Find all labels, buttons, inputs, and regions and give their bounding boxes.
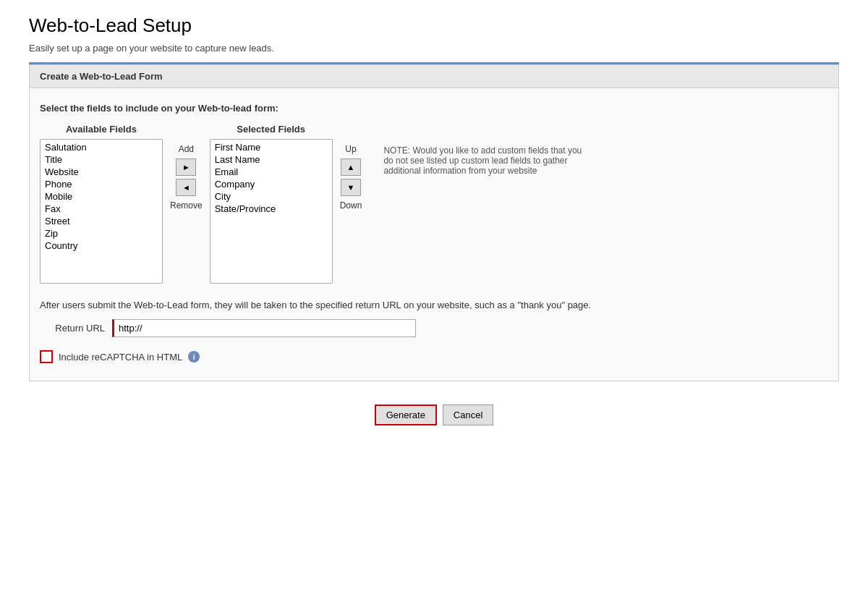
add-button[interactable]: ► [176,158,196,176]
return-url-description: After users submit the Web-to-Lead form,… [40,300,828,310]
add-label: Add [179,144,194,154]
return-url-row: Return URL [40,319,828,337]
recaptcha-checkbox[interactable] [40,350,53,363]
footer-buttons: Generate Cancel [29,404,839,433]
return-url-label: Return URL [40,323,105,334]
fields-area: Available Fields Salutation Title Websit… [40,124,828,284]
available-fields-column: Available Fields Salutation Title Websit… [40,124,163,284]
available-fields-label: Available Fields [66,124,137,135]
up-label: Up [345,144,356,154]
section-body: Select the fields to include on your Web… [30,88,838,381]
selected-fields-label: Selected Fields [237,124,305,135]
remove-button[interactable]: ◄ [176,179,196,196]
up-button[interactable]: ▲ [341,158,361,176]
selected-fields-listbox[interactable]: First Name Last Name Email Company City … [210,139,333,284]
up-down-column: Up ▲ ▼ Down [340,144,362,211]
section-header: Create a Web-to-Lead Form [30,65,838,88]
return-url-input[interactable] [112,319,416,337]
recaptcha-label: Include reCAPTCHA in HTML [59,352,182,363]
section-box: Create a Web-to-Lead Form Select the fie… [29,64,839,381]
note-text: NOTE: Would you like to add custom field… [383,145,582,176]
selected-fields-column: Selected Fields First Name Last Name Ema… [210,124,333,284]
page-title: Web-to-Lead Setup [29,14,839,37]
down-label: Down [340,200,362,211]
recaptcha-row: Include reCAPTCHA in HTML i [40,350,828,363]
page-container: Web-to-Lead Setup Easily set up a page o… [14,0,854,447]
note-column: NOTE: Would you like to add custom field… [383,124,586,176]
remove-label: Remove [170,200,203,211]
return-url-section: After users submit the Web-to-Lead form,… [40,300,828,337]
cancel-button[interactable]: Cancel [443,404,493,425]
section-title: Create a Web-to-Lead Form [40,71,163,82]
generate-button[interactable]: Generate [375,404,437,425]
add-remove-column: Add ► ◄ Remove [170,144,203,211]
down-button[interactable]: ▼ [341,179,361,196]
page-subtitle: Easily set up a page on your website to … [29,43,839,54]
available-fields-listbox[interactable]: Salutation Title Website Phone Mobile Fa… [40,139,163,284]
fields-label: Select the fields to include on your Web… [40,103,828,114]
info-icon[interactable]: i [188,351,200,363]
